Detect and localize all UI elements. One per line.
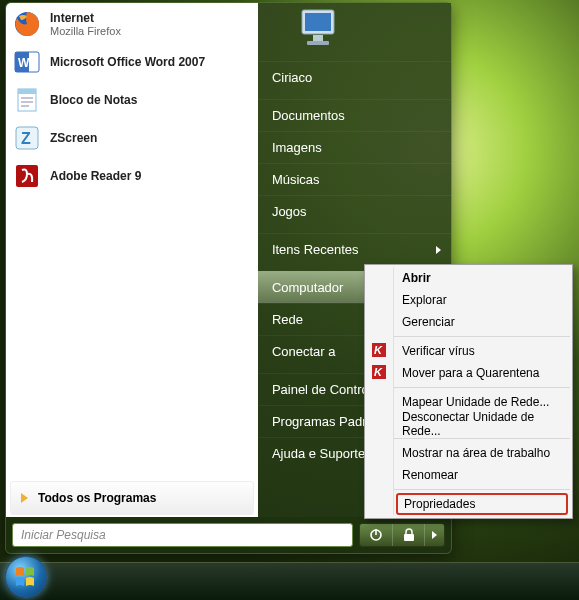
right-item-mu-sicas[interactable]: Músicas [258, 163, 451, 195]
context-item-label: Propriedades [404, 497, 475, 511]
right-item-itens-recentes[interactable]: Itens Recentes [258, 233, 451, 265]
submenu-arrow-icon [436, 246, 441, 254]
svg-text:K: K [374, 344, 383, 356]
start-menu-left-panel: InternetMozilla FirefoxWMicrosoft Office… [6, 3, 258, 517]
right-item-label: Ciriaco [272, 70, 312, 85]
context-item-desconectar-unidade-de-rede-[interactable]: Desconectar Unidade de Rede... [394, 413, 570, 435]
svg-text:W: W [18, 56, 30, 70]
context-item-label: Renomear [402, 468, 458, 482]
context-item-abrir[interactable]: Abrir [394, 267, 570, 289]
context-item-label: Abrir [402, 271, 431, 285]
context-item-mostrar-na-a-rea-de-trabalho[interactable]: Mostrar na área de trabalho [394, 442, 570, 464]
context-item-propriedades[interactable]: Propriedades [396, 493, 568, 515]
context-item-renomear[interactable]: Renomear [394, 464, 570, 486]
context-item-label: Gerenciar [402, 315, 455, 329]
context-item-gerenciar[interactable]: Gerenciar [394, 311, 570, 333]
context-separator [394, 336, 570, 337]
user-picture[interactable] [289, 2, 347, 56]
lock-button[interactable] [392, 524, 424, 546]
start-button[interactable] [5, 556, 47, 598]
pinned-item-zscreen[interactable]: ZZScreen [6, 119, 258, 157]
word-icon: W [12, 47, 42, 77]
pinned-item-title: Adobe Reader 9 [50, 169, 141, 183]
right-item-label: Rede [272, 312, 303, 327]
pinned-item-subtitle: Mozilla Firefox [50, 25, 121, 37]
adobe-reader-icon [12, 161, 42, 191]
power-button[interactable] [360, 524, 392, 546]
start-menu-bottom-bar: Iniciar Pesquisa [6, 517, 451, 553]
svg-rect-9 [18, 89, 36, 94]
pinned-item-title: Microsoft Office Word 2007 [50, 55, 205, 69]
right-item-jogos[interactable]: Jogos [258, 195, 451, 227]
svg-rect-18 [404, 534, 414, 541]
right-item-label: Documentos [272, 108, 345, 123]
search-placeholder-text: Iniciar Pesquisa [21, 528, 106, 542]
context-separator [394, 489, 570, 490]
lock-icon [403, 528, 415, 542]
right-item-label: Itens Recentes [272, 242, 359, 257]
firefox-icon [12, 9, 42, 39]
pinned-item-adobe-reader-9[interactable]: Adobe Reader 9 [6, 157, 258, 195]
context-item-label: Desconectar Unidade de Rede... [402, 410, 570, 438]
context-menu: AbrirExplorarGerenciarKVerificar vírusKM… [364, 264, 573, 519]
svg-rect-1 [305, 13, 331, 31]
pinned-item-title: ZScreen [50, 131, 97, 145]
right-item-label: Músicas [272, 172, 320, 187]
context-item-label: Verificar vírus [402, 344, 475, 358]
power-icon [369, 528, 383, 542]
zscreen-icon: Z [12, 123, 42, 153]
right-item-ciriaco[interactable]: Ciriaco [258, 61, 451, 93]
context-item-mover-para-a-quarentena[interactable]: KMover para a Quarentena [394, 362, 570, 384]
kaspersky-icon: K [372, 365, 388, 381]
taskbar[interactable] [0, 562, 579, 600]
right-item-imagens[interactable]: Imagens [258, 131, 451, 163]
right-item-label: Painel de Controle [272, 382, 379, 397]
svg-rect-2 [313, 35, 323, 41]
svg-text:K: K [374, 366, 383, 378]
power-buttons-group [359, 523, 445, 547]
context-separator [394, 438, 570, 439]
context-item-label: Mostrar na área de trabalho [402, 446, 550, 460]
context-item-label: Mapear Unidade de Rede... [402, 395, 549, 409]
shutdown-options-button[interactable] [424, 524, 444, 546]
context-item-verificar-vi-rus[interactable]: KVerificar vírus [394, 340, 570, 362]
svg-rect-3 [307, 41, 329, 45]
right-item-label: Jogos [272, 204, 307, 219]
pinned-programs-list: InternetMozilla FirefoxWMicrosoft Office… [6, 3, 258, 479]
context-item-label: Mover para a Quarentena [402, 366, 539, 380]
right-item-label: Conectar a [272, 344, 336, 359]
pinned-item-title: Bloco de Notas [50, 93, 137, 107]
notepad-icon [12, 85, 42, 115]
all-programs-label: Todos os Programas [38, 491, 156, 505]
search-input[interactable]: Iniciar Pesquisa [12, 523, 353, 547]
right-item-label: Computador [272, 280, 344, 295]
svg-text:Z: Z [21, 130, 31, 147]
arrow-right-icon [21, 493, 28, 503]
monitor-icon [293, 5, 343, 53]
context-separator [394, 387, 570, 388]
pinned-item-title: Internet [50, 11, 121, 25]
kaspersky-icon: K [372, 343, 388, 359]
pinned-item-bloco-de-notas[interactable]: Bloco de Notas [6, 81, 258, 119]
chevron-right-icon [432, 531, 437, 539]
context-item-explorar[interactable]: Explorar [394, 289, 570, 311]
all-programs-button[interactable]: Todos os Programas [10, 481, 254, 515]
pinned-item-microsoft-office-word-2007[interactable]: WMicrosoft Office Word 2007 [6, 43, 258, 81]
windows-logo-icon [13, 564, 39, 590]
pinned-item-internet[interactable]: InternetMozilla Firefox [6, 5, 258, 43]
right-item-label: Imagens [272, 140, 322, 155]
right-item-documentos[interactable]: Documentos [258, 99, 451, 131]
context-item-label: Explorar [402, 293, 447, 307]
right-item-label: Ajuda e Suporte [272, 446, 365, 461]
